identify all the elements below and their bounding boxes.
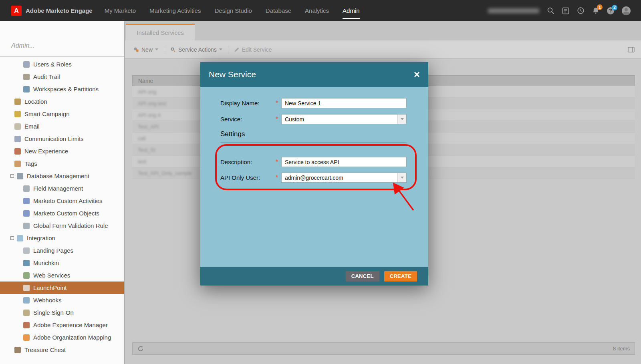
- display-name-input[interactable]: [281, 98, 407, 108]
- sidebar-item-label: Communication Limits: [24, 135, 84, 142]
- service-name-cell: API orig 4: [138, 112, 161, 118]
- communication-limits-icon: [14, 136, 21, 142]
- toolbar: New Service Actions Edit Service: [125, 40, 641, 59]
- sidebar-item-label: Smart Campaign: [24, 111, 70, 117]
- database-icon: [17, 173, 23, 179]
- annotation-arrow-icon: [377, 177, 421, 217]
- collapse-icon[interactable]: [10, 236, 14, 240]
- tags-icon: [14, 161, 21, 167]
- sidebar-item-webhooks[interactable]: Webhooks: [0, 294, 124, 306]
- service-select-value: Custom: [282, 116, 304, 123]
- sidebar-item-location[interactable]: Location: [0, 95, 124, 108]
- sidebar-item-launchpoint[interactable]: LaunchPoint: [0, 282, 124, 294]
- edit-service-label: Edit Service: [242, 46, 272, 53]
- survey-button[interactable]: [562, 7, 569, 14]
- sidebar-item-web-services[interactable]: Web Services: [0, 269, 124, 282]
- sidebar-item-landing-pages[interactable]: Landing Pages: [0, 244, 124, 257]
- modal-header: New Service: [200, 62, 428, 87]
- sidebar-item-integration[interactable]: Integration: [0, 232, 124, 244]
- service-label: Service:: [220, 116, 276, 123]
- service-actions-button[interactable]: Service Actions: [170, 46, 222, 53]
- launchpoint-icon: [23, 285, 30, 291]
- sidebar-item-users-roles[interactable]: Users & Roles: [0, 58, 124, 70]
- help-badge: 2: [612, 5, 617, 10]
- notifications-button[interactable]: 1: [592, 7, 599, 14]
- webhooks-icon: [23, 297, 30, 304]
- admin-search-input[interactable]: Admin...: [11, 42, 35, 49]
- sidebar-item-global-form-validation-rule[interactable]: Global Form Validation Rule: [0, 219, 124, 232]
- sidebar-item-email[interactable]: Email: [0, 120, 124, 133]
- nav-item-my-marketo[interactable]: My Marketo: [105, 0, 136, 21]
- nav-item-marketing-activities[interactable]: Marketing Activities: [149, 0, 201, 21]
- display-name-row: Display Name: *: [220, 98, 407, 108]
- api-only-user-value: admin@grocercart.com: [282, 175, 343, 181]
- sidebar-item-treasure-chest[interactable]: Treasure Chest: [0, 344, 124, 356]
- sidebar-item-label: Munchkin: [33, 259, 59, 266]
- sidebar-item-marketo-custom-objects[interactable]: Marketo Custom Objects: [0, 207, 124, 219]
- single-sign-on-icon: [23, 310, 30, 316]
- tab-installed-services[interactable]: Installed Services: [126, 24, 195, 40]
- sidebar-item-database-management[interactable]: Database Management: [0, 170, 124, 182]
- sidebar-item-field-management[interactable]: Field Management: [0, 182, 124, 195]
- service-select[interactable]: Custom: [281, 114, 407, 124]
- service-row: Service: * Custom: [220, 114, 407, 124]
- cancel-button[interactable]: CANCEL: [346, 271, 379, 282]
- toolbar-separator: [228, 45, 228, 54]
- aem-icon: [23, 322, 30, 328]
- clock-icon: [577, 7, 585, 14]
- search-button[interactable]: [547, 7, 554, 14]
- sidebar-item-adobe-organization-mapping[interactable]: Adobe Organization Mapping: [0, 331, 124, 344]
- nav-item-admin[interactable]: Admin: [343, 0, 360, 21]
- service-name-cell: API orig: [138, 89, 156, 95]
- integration-cloud-icon: [17, 235, 23, 241]
- sidebar-item-label: Audit Trail: [33, 73, 60, 80]
- settings-heading: Settings: [220, 130, 245, 138]
- sidebar-item-label: Landing Pages: [33, 247, 73, 254]
- nav-item-analytics[interactable]: Analytics: [305, 0, 329, 21]
- checklist-icon: [562, 7, 569, 14]
- required-asterisk: *: [276, 116, 281, 123]
- sidebar-item-label: Single Sign-On: [33, 309, 74, 316]
- sidebar-item-workspaces-partitions[interactable]: Workspaces & Partitions: [0, 83, 124, 95]
- new-service-icon: [133, 46, 139, 52]
- sidebar-item-communication-limits[interactable]: Communication Limits: [0, 133, 124, 145]
- sidebar-item-marketo-custom-activities[interactable]: Marketo Custom Activities: [0, 195, 124, 207]
- adobe-logo-letter: A: [14, 7, 19, 14]
- edit-service-button[interactable]: Edit Service: [234, 46, 272, 53]
- sidebar-item-label: Database Management: [27, 173, 89, 179]
- avatar[interactable]: [622, 6, 631, 15]
- sidebar-item-munchkin[interactable]: Munchkin: [0, 257, 124, 269]
- top-navigation-bar: A Adobe Marketo Engage My MarketoMarketi…: [0, 0, 641, 21]
- create-button[interactable]: CREATE: [384, 271, 417, 282]
- grid-panel-toggle[interactable]: [628, 47, 641, 52]
- refresh-icon[interactable]: [137, 346, 144, 352]
- sidebar-item-new-experience[interactable]: New Experience: [0, 145, 124, 157]
- api-only-user-select[interactable]: admin@grocercart.com: [281, 173, 407, 183]
- sidebar-item-audit-trail[interactable]: Audit Trail: [0, 70, 124, 83]
- annotation-highlight-box: [215, 144, 417, 190]
- primary-nav: My MarketoMarketing ActivitiesDesign Stu…: [105, 0, 373, 21]
- sidebar-item-single-sign-on[interactable]: Single Sign-On: [0, 306, 124, 319]
- sidebar-item-adobe-experience-manager[interactable]: Adobe Experience Manager: [0, 319, 124, 331]
- item-count: 8 items: [613, 346, 630, 352]
- sidebar-item-smart-campaign[interactable]: Smart Campaign: [0, 108, 124, 120]
- tab-bar: Installed Services: [125, 21, 641, 40]
- new-button[interactable]: New: [133, 46, 158, 53]
- sidebar-item-label: Marketo Custom Objects: [33, 210, 99, 217]
- sidebar-item-label: Marketo Custom Activities: [33, 197, 103, 204]
- nav-item-database[interactable]: Database: [266, 0, 291, 21]
- close-icon[interactable]: [413, 71, 420, 78]
- collapse-icon[interactable]: [10, 174, 14, 178]
- nav-item-design-studio[interactable]: Design Studio: [214, 0, 252, 21]
- custom-objects-icon: [23, 210, 30, 217]
- help-button[interactable]: ? 2: [607, 7, 614, 14]
- web-services-icon: [23, 272, 30, 279]
- sidebar-item-label: Tags: [24, 160, 37, 167]
- history-button[interactable]: [577, 7, 585, 14]
- sidebar-item-tags[interactable]: Tags: [0, 157, 124, 170]
- description-input[interactable]: [281, 157, 407, 167]
- sidebar-item-label: Treasure Chest: [24, 346, 66, 353]
- panel-icon: [628, 47, 635, 52]
- chevron-down-icon: [155, 48, 158, 50]
- sidebar-item-label: Adobe Organization Mapping: [33, 334, 111, 341]
